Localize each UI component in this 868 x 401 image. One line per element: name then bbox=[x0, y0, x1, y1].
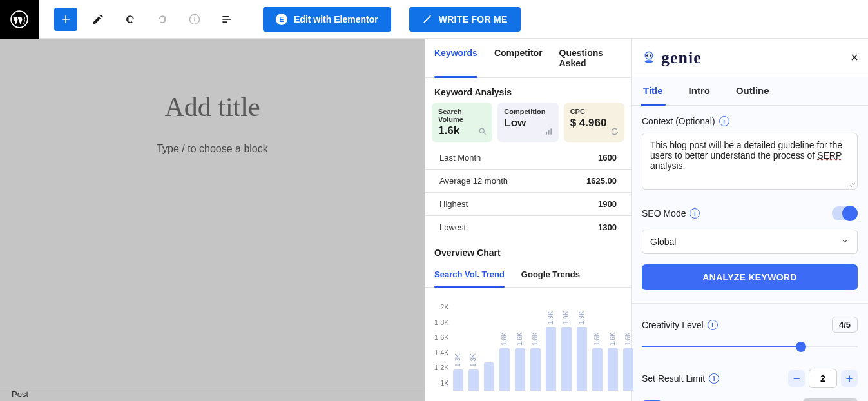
result-label-row: Set Result Limit i bbox=[642, 373, 719, 384]
stat-value: 1625.00 bbox=[586, 176, 617, 186]
redo-icon bbox=[156, 13, 169, 26]
next-button[interactable]: NEXT bbox=[803, 398, 858, 401]
genie-brand: genie bbox=[661, 48, 702, 68]
region-value: Global bbox=[650, 237, 676, 247]
bar-label: 1.3K bbox=[454, 351, 461, 367]
chart-bar: 1.6K bbox=[592, 330, 603, 391]
info-icon[interactable]: i bbox=[708, 320, 718, 330]
write-for-me-button[interactable]: WRITE FOR ME bbox=[409, 7, 521, 32]
seo-label: SEO Mode bbox=[642, 208, 686, 219]
info-button[interactable] bbox=[183, 8, 206, 31]
svg-rect-2 bbox=[194, 18, 195, 21]
close-icon bbox=[850, 53, 859, 62]
analyze-keyword-button[interactable]: ANALYZE KEYWORD bbox=[642, 264, 858, 290]
creativity-value: 4/5 bbox=[832, 317, 858, 333]
bar-label: 1.6K bbox=[532, 330, 539, 346]
svg-rect-6 bbox=[546, 132, 547, 135]
bar-rect bbox=[561, 327, 572, 391]
chart-bar: 1.3K bbox=[468, 351, 479, 391]
stat-list: Last Month1600 Average 12 month1625.00 H… bbox=[425, 142, 631, 239]
svg-point-10 bbox=[646, 54, 648, 56]
bar-rect bbox=[499, 348, 510, 391]
svg-point-4 bbox=[480, 128, 485, 133]
elementor-icon: E bbox=[276, 14, 287, 25]
chart-tab-google-trends[interactable]: Google Trends bbox=[521, 263, 580, 287]
bar-rect bbox=[592, 348, 603, 391]
info-icon[interactable]: i bbox=[709, 373, 719, 384]
tab-questions[interactable]: Questions Asked bbox=[559, 48, 622, 77]
wp-toolbar: E Edit with Elementor WRITE FOR ME bbox=[0, 0, 868, 39]
post-title-placeholder[interactable]: Add title bbox=[0, 92, 425, 122]
search-icon bbox=[478, 127, 487, 137]
context-text: analysis. bbox=[650, 161, 685, 171]
seo-toggle[interactable] bbox=[832, 206, 858, 220]
chart-yaxis: 2K 1.8K 1.6K 1.4K 1.2K 1K bbox=[434, 303, 449, 387]
region-select[interactable]: Global bbox=[642, 230, 858, 254]
bar-rect bbox=[530, 348, 541, 391]
result-minus-button[interactable]: − bbox=[788, 370, 805, 387]
info-icon[interactable]: i bbox=[719, 116, 729, 126]
genie-body: Context (Optional) i This blog post will… bbox=[632, 106, 868, 401]
search-volume-chart: 2K 1.8K 1.6K 1.4K 1.2K 1K 1.3K1.3K1.6K1.… bbox=[425, 288, 631, 397]
tab-competitor[interactable]: Competitor bbox=[494, 48, 543, 77]
result-label: Set Result Limit bbox=[642, 373, 705, 384]
undo-button[interactable] bbox=[119, 8, 142, 31]
wordpress-icon bbox=[10, 10, 28, 28]
genie-close-button[interactable] bbox=[850, 50, 859, 65]
redo-button[interactable] bbox=[151, 8, 174, 31]
bar-label: 1.6K bbox=[624, 330, 632, 346]
result-input[interactable] bbox=[809, 369, 837, 388]
context-textarea[interactable]: This blog post will be a detailed guidel… bbox=[642, 133, 858, 190]
svg-rect-3 bbox=[194, 16, 195, 17]
elementor-label: Edit with Elementor bbox=[294, 14, 378, 24]
bar-rect bbox=[484, 362, 494, 391]
seo-mode-row: SEO Mode i bbox=[642, 206, 858, 220]
outline-button[interactable] bbox=[215, 8, 238, 31]
info-icon[interactable]: i bbox=[690, 208, 700, 219]
tab-keywords[interactable]: Keywords bbox=[434, 48, 477, 77]
stat-row: Last Month1600 bbox=[425, 146, 631, 170]
bar-label: 1.9K bbox=[563, 309, 570, 324]
chart-bar: 1.6K bbox=[499, 330, 510, 391]
write-label: WRITE FOR ME bbox=[439, 14, 508, 24]
section-keyword-analysis: Keyword Analysis bbox=[425, 78, 631, 103]
card-competition: Competition Low bbox=[497, 103, 558, 142]
card-search-volume: Search Volume 1.6k bbox=[432, 103, 492, 142]
result-plus-button[interactable]: + bbox=[841, 370, 858, 387]
bar-label: 1.3K bbox=[470, 351, 477, 367]
chart-bar: 1.9K bbox=[546, 309, 556, 391]
context-text: This blog post will be a detailed guidel… bbox=[650, 140, 842, 161]
svg-line-5 bbox=[484, 133, 486, 135]
chart-tab-search-vol[interactable]: Search Vol. Trend bbox=[434, 263, 505, 287]
block-placeholder[interactable]: Type / to choose a block bbox=[0, 143, 425, 155]
wp-logo[interactable] bbox=[0, 0, 39, 39]
context-label-row: Context (Optional) i bbox=[642, 116, 858, 126]
analysis-panel: Keywords Competitor Questions Asked Keyw… bbox=[425, 39, 631, 401]
quill-icon bbox=[422, 14, 432, 24]
chart-bars: 1.3K1.3K1.6K1.6K1.6K1.9K1.9K1.9K1.6K1.6K… bbox=[453, 294, 633, 391]
genie-tab-intro[interactable]: Intro bbox=[689, 85, 710, 105]
slider-handle[interactable] bbox=[796, 342, 806, 352]
chart-bar: 1.3K bbox=[453, 351, 463, 391]
creativity-label-row: Creativity Level i bbox=[642, 320, 718, 330]
chart-bar: 1.6K bbox=[530, 330, 541, 391]
add-block-button[interactable] bbox=[54, 8, 77, 31]
genie-tab-outline[interactable]: Outline bbox=[736, 85, 769, 105]
svg-rect-8 bbox=[550, 128, 552, 134]
bar-label: 1.9K bbox=[578, 309, 585, 324]
creativity-slider[interactable] bbox=[642, 339, 858, 355]
chart-bar: 1.9K bbox=[561, 309, 572, 391]
outline-icon bbox=[220, 13, 233, 26]
bar-rect bbox=[623, 348, 633, 391]
divider bbox=[632, 303, 868, 304]
stat-key: Highest bbox=[439, 199, 468, 209]
bar-label: 1.6K bbox=[593, 330, 601, 346]
seo-label-row: SEO Mode i bbox=[642, 208, 700, 219]
genie-tab-title[interactable]: Title bbox=[643, 85, 663, 105]
chart-bar: 1.9K bbox=[577, 309, 587, 391]
refresh-icon bbox=[610, 127, 619, 137]
elementor-button[interactable]: E Edit with Elementor bbox=[263, 7, 391, 32]
card-label: CPC bbox=[570, 108, 618, 115]
bar-rect bbox=[546, 327, 556, 391]
edit-tool-button[interactable] bbox=[86, 8, 110, 31]
